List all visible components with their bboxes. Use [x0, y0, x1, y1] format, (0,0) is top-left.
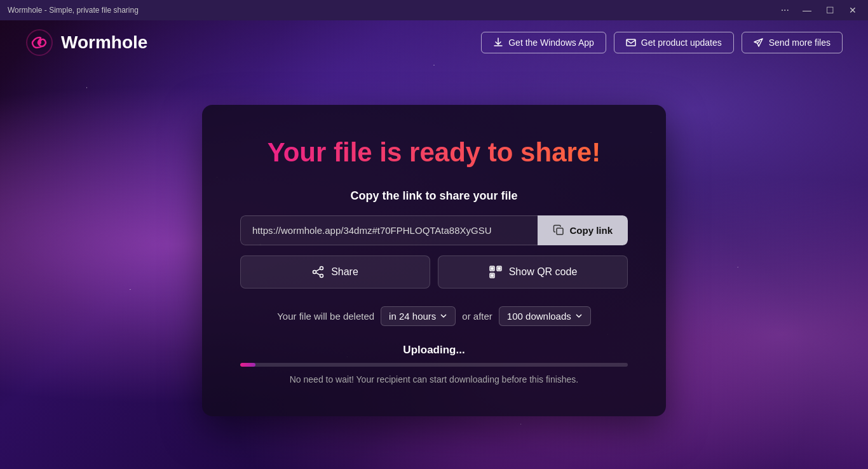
- copy-icon: [553, 224, 564, 236]
- svg-point-6: [320, 274, 323, 277]
- show-qr-button[interactable]: Show QR code: [438, 255, 628, 289]
- card-title: Your file is ready to share!: [240, 137, 628, 168]
- svg-rect-3: [557, 228, 563, 234]
- chevron-down-icon: [440, 312, 447, 320]
- uploading-label: Uploading...: [240, 344, 628, 357]
- titlebar: Wormhole - Simple, private file sharing …: [0, 0, 868, 20]
- card-subtitle: Copy the link to share your file: [240, 189, 628, 203]
- progress-bar-fill: [240, 363, 255, 367]
- main-content: Your file is ready to share! Copy the li…: [0, 20, 868, 469]
- titlebar-controls: ··· — ☐ ✕: [776, 0, 863, 20]
- svg-line-8: [316, 273, 320, 275]
- share-icon: [312, 266, 325, 278]
- downloads-dropdown[interactable]: 100 downloads: [499, 306, 591, 326]
- copy-link-button[interactable]: Copy link: [538, 215, 628, 245]
- qr-icon: [489, 265, 503, 279]
- chevron-down-icon-2: [575, 312, 583, 320]
- action-row: Share: [240, 255, 628, 289]
- upload-section: Uploading... No need to wait! Your recip…: [240, 344, 628, 384]
- maximize-button[interactable]: ☐: [820, 0, 840, 20]
- svg-rect-12: [491, 268, 493, 269]
- link-row: Copy link: [240, 215, 628, 245]
- progress-bar-background: [240, 363, 628, 367]
- upload-note: No need to wait! Your recipient can star…: [240, 374, 628, 384]
- close-button[interactable]: ✕: [843, 0, 863, 20]
- share-card: Your file is ready to share! Copy the li…: [202, 105, 666, 416]
- share-link-input[interactable]: [240, 215, 538, 245]
- svg-point-4: [320, 266, 323, 269]
- more-options-icon[interactable]: ···: [776, 4, 794, 16]
- svg-rect-14: [491, 275, 493, 276]
- minimize-button[interactable]: —: [797, 0, 817, 20]
- delete-prefix-text: Your file will be deleted: [277, 311, 374, 322]
- svg-line-7: [316, 269, 320, 271]
- delete-info-row: Your file will be deleted in 24 hours or…: [240, 306, 628, 326]
- delete-middle-text: or after: [462, 311, 492, 322]
- titlebar-title: Wormhole - Simple, private file sharing: [8, 6, 139, 15]
- svg-rect-13: [498, 268, 500, 269]
- share-button[interactable]: Share: [240, 255, 430, 289]
- time-dropdown[interactable]: in 24 hours: [381, 306, 456, 326]
- svg-point-5: [313, 270, 316, 273]
